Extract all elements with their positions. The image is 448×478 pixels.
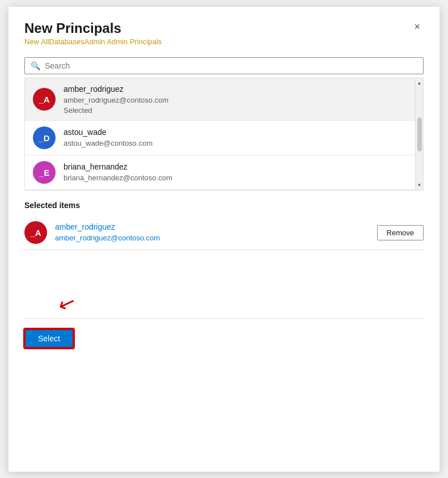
title-block: New Principals New AllDatabasesAdmin Adm… (24, 20, 162, 56)
remove-button[interactable]: Remove (377, 225, 424, 240)
scroll-up-icon[interactable]: ▲ (416, 79, 423, 87)
list-item[interactable]: _A amber_rodriguez amber_rodriguez@conto… (25, 78, 423, 121)
select-button[interactable]: Select (24, 329, 74, 348)
item-info: amber_rodriguez amber_rodriguez@contoso.… (64, 84, 415, 115)
item-info: briana_hernandez briana_hernandez@contos… (64, 162, 415, 183)
dialog-footer: ↙ Select (24, 318, 424, 348)
item-info: astou_wade astou_wade@contoso.com (64, 127, 415, 149)
avatar: _E (33, 161, 56, 184)
selected-entry: _A amber_rodriguez amber_rodriguez@conto… (24, 215, 424, 250)
scrollbar-track: ▲ ▼ (415, 78, 423, 190)
close-button[interactable]: × (411, 20, 424, 33)
avatar: _A (24, 221, 47, 244)
avatar: _D (33, 126, 56, 149)
search-box: 🔍 (24, 57, 424, 74)
item-email: briana_hernandez@contoso.com (64, 173, 415, 183)
selected-items-title: Selected items (24, 201, 424, 210)
item-selected-label: Selected (64, 106, 415, 115)
selected-entry-name: amber_rodriguez (55, 222, 377, 233)
new-principals-dialog: New Principals New AllDatabasesAdmin Adm… (9, 7, 439, 472)
search-icon: 🔍 (31, 61, 40, 70)
list-item[interactable]: _E briana_hernandez briana_hernandez@con… (25, 155, 423, 190)
scroll-down-icon[interactable]: ▼ (416, 181, 423, 189)
item-name: astou_wade (64, 127, 415, 138)
item-name: amber_rodriguez (64, 84, 415, 95)
selected-items-section: Selected items _A amber_rodriguez amber_… (24, 201, 424, 250)
item-name: briana_hernandez (64, 162, 415, 173)
search-input[interactable] (45, 61, 417, 70)
arrow-indicator: ↙ (55, 289, 79, 318)
dialog-title: New Principals (24, 20, 162, 37)
selected-entry-info: amber_rodriguez amber_rodriguez@contoso.… (55, 222, 377, 243)
dialog-subtitle: New AllDatabasesAdmin Admin Principals (24, 37, 162, 46)
item-email: astou_wade@contoso.com (64, 138, 415, 149)
scrollbar-thumb[interactable] (417, 117, 422, 151)
item-email: amber_rodriguez@contoso.com (64, 95, 415, 105)
selected-entry-email: amber_rodriguez@contoso.com (55, 233, 377, 243)
principals-list: _A amber_rodriguez amber_rodriguez@conto… (24, 78, 424, 191)
dialog-header: New Principals New AllDatabasesAdmin Adm… (24, 20, 424, 56)
list-item[interactable]: _D astou_wade astou_wade@contoso.com (25, 121, 423, 155)
avatar: _A (33, 88, 56, 111)
